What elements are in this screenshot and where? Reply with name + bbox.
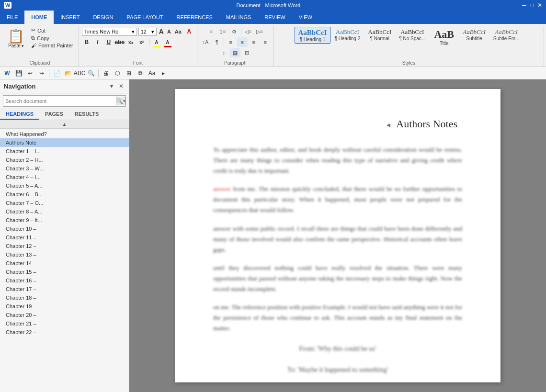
underline-button[interactable]: U (104, 37, 114, 47)
minimize-btn[interactable]: ─ (522, 2, 526, 9)
italic-button[interactable]: I (93, 37, 102, 47)
style-normal[interactable]: AaBbCcI ¶ Normal (364, 27, 395, 43)
multilevel-button[interactable]: ⚙ (229, 27, 239, 36)
show-para-button[interactable]: ¶ (212, 37, 222, 47)
nav-tab-pages[interactable]: PAGES (39, 109, 69, 120)
bullets-button[interactable]: ≡ (206, 27, 216, 36)
new-button[interactable]: 📄 (51, 68, 62, 78)
close-btn[interactable]: ✕ (537, 2, 542, 9)
superscript-button[interactable]: x² (137, 37, 147, 47)
nav-item-ch16[interactable]: Chapter 16 – (0, 276, 129, 285)
decrease-indent-button[interactable]: ◁≡ (243, 27, 253, 36)
save-button[interactable]: 💾 (13, 68, 24, 78)
shape-button[interactable]: ⬡ (112, 68, 123, 78)
format-painter-button[interactable]: 🖌 Format Painter (30, 42, 75, 49)
text-highlight-button[interactable]: A (152, 37, 161, 47)
style-btn2[interactable]: Aa (147, 68, 157, 78)
style-subtle-em[interactable]: AaBbCcI Subtle Em... (490, 27, 523, 43)
nav-tab-headings[interactable]: HEADINGS (0, 109, 39, 120)
align-left-button[interactable]: ≡ (226, 37, 236, 47)
spell-check-button[interactable]: ABC (74, 68, 85, 78)
align-center-button[interactable]: ≡ (237, 37, 248, 47)
table-button[interactable]: ⊞ (124, 68, 134, 78)
tab-file[interactable]: FILE (0, 11, 24, 24)
tab-page-layout[interactable]: PAGE LAYOUT (120, 11, 170, 24)
nav-item-ch5[interactable]: Chapter 5 – A... (0, 181, 129, 190)
tab-review[interactable]: REVIEW (258, 11, 292, 24)
tab-home[interactable]: HOME (24, 11, 54, 24)
nav-item-ch4[interactable]: Chapter 4 – I... (0, 173, 129, 181)
search-button[interactable]: 🔍 (86, 68, 96, 78)
nav-item-ch15[interactable]: Chapter 15 – (0, 268, 129, 276)
nav-item-ch14[interactable]: Chapter 14 – (0, 259, 129, 268)
borders-button[interactable]: ⊞ (241, 48, 252, 57)
maximize-btn[interactable]: □ (530, 2, 534, 9)
font-color-button[interactable]: A (163, 37, 172, 47)
line-spacing-button[interactable]: ↕ (218, 48, 229, 57)
nav-item-ch7[interactable]: Chapter 7 – O... (0, 199, 129, 207)
columns-button[interactable]: ⧉ (135, 68, 146, 78)
nav-item-ch10[interactable]: Chapter 10 – (0, 224, 129, 233)
nav-item-ch17[interactable]: Chapter 17 – (0, 285, 129, 293)
search-dropdown-arrow[interactable]: ▾ (123, 99, 125, 103)
shading-button[interactable]: ▦ (230, 48, 240, 57)
nav-item-ch8[interactable]: Chapter 8 – A... (0, 207, 129, 216)
document-content[interactable]: To appreciate this author, editor, and b… (213, 145, 462, 376)
style-heading1[interactable]: AaBbCcI ¶ Heading 1 (295, 27, 330, 44)
tab-references[interactable]: REFERENCES (170, 11, 219, 24)
nav-item-ch6[interactable]: Chapter 6 – B... (0, 190, 129, 199)
open-button[interactable]: 📂 (63, 68, 73, 78)
print-button[interactable]: 🖨 (101, 68, 111, 78)
nav-scroll-up-button[interactable]: ▲ (0, 120, 129, 129)
nav-item-ch3[interactable]: Chapter 3 – W... (0, 164, 129, 173)
tab-design[interactable]: DESIGN (86, 11, 120, 24)
search-input[interactable] (5, 98, 116, 104)
sort-button[interactable]: ↕A (200, 37, 211, 47)
nav-item-ch19[interactable]: Chapter 19 – (0, 302, 129, 311)
strikethrough-button[interactable]: abc (115, 37, 125, 47)
nav-item-authors-note[interactable]: Authors Note (0, 138, 129, 147)
nav-item-ch22[interactable]: Chapter 22 – (0, 328, 129, 336)
nav-item-ch13[interactable]: Chapter 13 – (0, 250, 129, 259)
search-execute-button[interactable]: 🔍 ▾ (116, 97, 125, 105)
nav-item-ch1[interactable]: Chapter 1 – I... (0, 147, 129, 156)
font-name-selector[interactable]: Times New Ro ▾ (82, 28, 137, 36)
increase-indent-button[interactable]: ▷≡ (254, 27, 265, 36)
style-heading2[interactable]: AaBbCcI ¶ Heading 2 (331, 27, 364, 43)
nav-item-what-happened[interactable]: What Happened? (0, 130, 129, 138)
tab-mailings[interactable]: MAILINGS (219, 11, 258, 24)
nav-item-ch21[interactable]: Chapter 21 – (0, 319, 129, 328)
subscript-button[interactable]: x₂ (126, 37, 136, 47)
clear-format-button[interactable]: Aa (173, 27, 183, 36)
bold-button[interactable]: B (82, 37, 91, 47)
nav-item-ch9[interactable]: Chapter 9 – It... (0, 216, 129, 224)
nav-item-ch11[interactable]: Chapter 11 – (0, 233, 129, 242)
paste-button[interactable]: 📋 Paste ▾ (5, 27, 27, 49)
nav-item-ch20[interactable]: Chapter 20 – (0, 311, 129, 319)
font-size-selector[interactable]: 12 ▾ (138, 28, 157, 36)
text-effects-button[interactable]: A (184, 27, 194, 36)
nav-tab-results[interactable]: RESULTS (69, 109, 105, 120)
nav-item-ch2[interactable]: Chapter 2 – H... (0, 156, 129, 164)
document-page[interactable]: ◂ Authors Notes To appreciate this autho… (175, 89, 500, 382)
copy-button[interactable]: ⧉ Copy (30, 34, 75, 42)
style-title[interactable]: AaB Title (430, 27, 458, 47)
numbering-button[interactable]: 1≡ (217, 27, 228, 36)
more-btn[interactable]: ▸ (158, 68, 169, 78)
nav-min-button[interactable]: ▾ (108, 82, 115, 90)
style-subtitle[interactable]: AaBbCcI Subtitle (459, 27, 489, 43)
ribbon: 📋 Paste ▾ ✂ Cut ⧉ Copy 🖌 Format Painter (0, 24, 546, 67)
justify-button[interactable]: ≡ (260, 37, 271, 47)
align-right-button[interactable]: ≡ (249, 37, 259, 47)
style-no-spacing[interactable]: AaBbCcI ¶ No Spac... (396, 27, 429, 43)
tab-view[interactable]: VIEW (292, 11, 319, 24)
redo-button[interactable]: ↪ (36, 68, 47, 78)
nav-item-ch12[interactable]: Chapter 12 – (0, 242, 129, 250)
nav-close-button[interactable]: ✕ (117, 82, 125, 90)
font-shrink-button[interactable]: A (166, 29, 172, 34)
font-grow-button[interactable]: A (158, 28, 165, 35)
cut-button[interactable]: ✂ Cut (30, 27, 75, 34)
tab-insert[interactable]: INSERT (54, 11, 86, 24)
undo-button[interactable]: ↩ (25, 68, 35, 78)
nav-item-ch18[interactable]: Chapter 18 – (0, 293, 129, 302)
